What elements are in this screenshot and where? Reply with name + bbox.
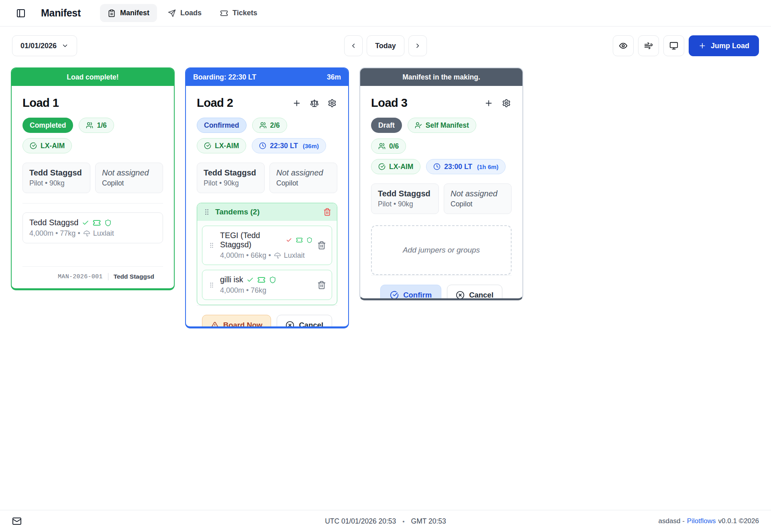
sidebar-toggle-button[interactable] [12,4,30,22]
wind-icon [644,41,653,50]
divider [108,273,108,280]
add-jumper-button[interactable] [483,98,494,108]
pilot-slot[interactable]: Tedd Staggsd Pilot • 90kg [371,183,439,214]
load-3-actions: Confirm Cancel [371,275,512,300]
weight-balance-button[interactable] [309,98,320,108]
cancel-load-button[interactable]: Cancel [277,315,332,328]
pilot-meta: Pilot • 90kg [378,200,432,208]
manifest-meta: MAN-2026-001 Tedd Staggsd [22,266,163,288]
jump-load-button[interactable]: Jump Load [689,35,759,56]
canopy-icon [274,252,281,259]
status-badge-confirmed: Confirmed [197,118,247,133]
drag-handle[interactable] [208,281,215,289]
tab-manifest[interactable]: Manifest [100,4,157,22]
pilot-slot[interactable]: Tedd Staggsd Pilot • 90kg [22,163,90,193]
tandem-jumper-row[interactable]: TEGI (Tedd Staggsd) 4,000m • 66kg • Luxl… [202,226,332,265]
board-now-button[interactable]: Board Now [202,315,271,328]
ticket-icon [257,276,265,284]
jumper-meta: 4,000m • 66kg • [220,251,271,260]
add-jumpers-dropzone[interactable]: Add jumpers or groups [371,225,512,275]
tandems-group: Tandems (2) TEGI (Tedd Staggsd) [197,203,337,305]
pilot-meta: Pilot • 90kg [204,179,258,188]
copilot-slot[interactable]: Not assigned Copilot [444,183,512,214]
aircraft-label: LX-AIM [41,142,65,150]
load-settings-button[interactable] [501,98,512,108]
canopy-name: Luxlait [93,229,114,238]
self-manifest-label: Self Manifest [426,121,469,130]
jumper-name: Tedd Staggsd [29,218,78,227]
status-badge-draft: Draft [371,118,402,133]
ticket-icon [220,9,228,17]
clock-display: UTC 01/01/2026 20:53 • GMT 20:53 [325,517,446,526]
status-label: Confirmed [204,121,239,130]
load-2-banner: Boarding: 22:30 LT 36m [186,68,348,86]
x-circle-icon [456,291,465,300]
remove-jumper-button[interactable] [317,241,326,250]
user-check-icon [415,122,422,129]
users-icon [86,122,93,129]
date-picker-button[interactable]: 01/01/2026 [12,35,77,56]
jumper-row[interactable]: Tedd Staggsd 4,000m • 77kg • Luxlait [22,212,163,243]
load-1-body: Load 1 Completed 1/6 LX-AIM Tedd [12,86,174,288]
copilot-slot[interactable]: Not assigned Copilot [95,163,163,193]
next-day-button[interactable] [408,35,427,56]
takeoff-time: 23:00 LT [444,163,472,171]
loads-board: Load complete! Load 1 Completed 1/6 LX-A… [0,66,771,328]
tab-loads[interactable]: Loads [160,4,209,22]
footer-branding: asdasd - Pilotflows v0.0.1 ©2026 [659,517,759,525]
panel-left-icon [16,8,26,18]
previous-day-button[interactable] [344,35,363,56]
circle-check-icon [378,163,386,170]
users-icon [259,122,267,129]
copilot-name: Not assigned [102,168,156,177]
cancel-load-button[interactable]: Cancel [447,285,502,300]
load-1-banner: Load complete! [12,68,174,86]
confirm-load-button[interactable]: Confirm [380,285,441,300]
today-button[interactable]: Today [367,35,404,56]
page-title: Manifest [41,7,81,19]
view-mode-button[interactable] [613,35,634,56]
load-3-title: Load 3 [371,96,407,110]
wind-conditions-button[interactable] [638,35,659,56]
jump-load-label: Jump Load [711,42,749,50]
grip-icon [203,208,211,216]
tab-label: Loads [180,9,202,17]
tab-tickets[interactable]: Tickets [212,4,265,22]
time-remaining: (1h 6m) [477,163,498,170]
capacity-badge: 1/6 [79,118,114,133]
tandem-jumper-row[interactable]: gilli isk 4,000m • 76kg [202,270,332,300]
load-2-actions: Board Now Cancel [197,305,337,328]
circle-check-icon [30,142,37,149]
aircraft-label: LX-AIM [389,163,413,171]
drag-handle[interactable] [203,208,211,216]
clock-icon [259,142,266,149]
check-icon [247,276,254,283]
jumper-meta: 4,000m • 77kg • [29,229,80,238]
pilot-slot[interactable]: Tedd Staggsd Pilot • 90kg [197,163,265,193]
clipboard-icon [108,9,116,17]
canopy-icon [83,230,90,237]
tab-label: Tickets [233,9,257,17]
today-label: Today [375,42,396,50]
delete-group-button[interactable] [323,208,331,216]
display-mode-button[interactable] [663,35,684,56]
jumper-name: gilli isk [220,275,243,284]
remove-jumper-button[interactable] [317,281,326,289]
load-3-body: Load 3 Draft Self Manifest 0/6 [360,86,522,300]
messages-button[interactable] [12,516,22,526]
ticket-icon [93,219,101,227]
load-card-2: Boarding: 22:30 LT 36m Load 2 Confirmed … [185,67,349,328]
brand-link[interactable]: Pilotflows [687,517,716,525]
countdown-text: 36m [327,73,341,82]
manifest-pilot: Tedd Staggsd [114,273,154,280]
utc-time: UTC 01/01/2026 20:53 [325,517,396,526]
load-card-1: Load complete! Load 1 Completed 1/6 LX-A… [11,67,175,290]
pilot-name: Tedd Staggsd [378,189,432,198]
drag-handle[interactable] [208,242,215,249]
load-settings-button[interactable] [327,98,337,108]
add-jumper-button[interactable] [292,98,302,108]
copilot-slot[interactable]: Not assigned Copilot [269,163,337,193]
capacity-badge: 0/6 [371,139,406,154]
aircraft-badge: LX-AIM [197,138,246,153]
cancel-label: Cancel [469,291,494,300]
